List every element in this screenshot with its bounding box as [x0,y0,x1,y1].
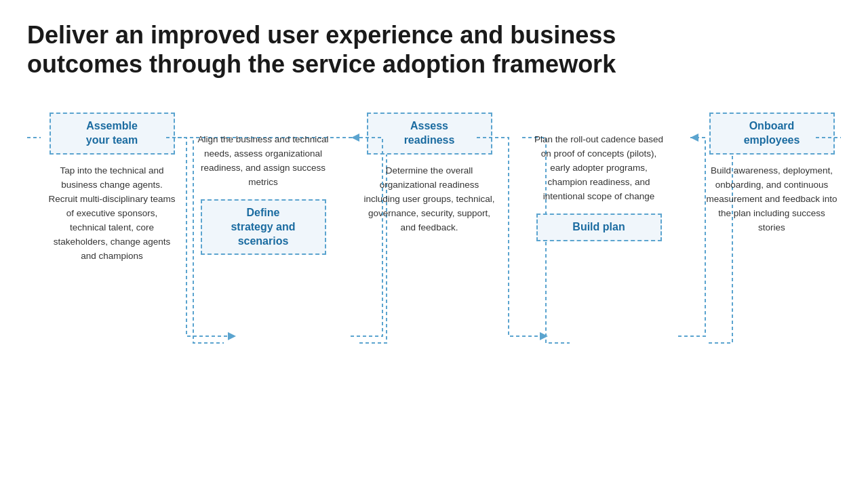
arrow-3-to-4 [540,332,548,340]
box-define-label: Define strategy and scenarios [231,207,295,247]
box-onboard-label: Onboard employees [744,120,800,146]
box-assess: Assess readiness [367,113,492,155]
box-onboard: Onboard employees [709,113,835,155]
desc-assemble: Tap into the technical and business chan… [47,164,176,263]
box-build: Build plan [536,214,662,241]
box-assemble-label: Assemble your team [86,120,138,146]
desc-build: Plan the roll-out cadence based on proof… [531,133,667,204]
column-assess: Assess readiness Determine the overall o… [351,113,507,235]
desc-define: Align the business and technical needs, … [197,133,330,190]
column-onboard: Onboard employees Build awareness, deplo… [690,113,853,235]
box-assemble: Assemble your team [50,113,175,155]
column-assemble: Assemble your team Tap into the technica… [41,113,183,263]
box-assess-label: Assess readiness [404,120,455,146]
box-build-label: Build plan [572,221,625,232]
framework-diagram: Assemble your team Tap into the technica… [27,99,841,411]
box-define: Define strategy and scenarios [201,199,326,255]
column-build: Plan the roll-out cadence based on proof… [514,113,684,241]
desc-assess: Determine the overall organizational rea… [363,164,496,235]
desc-onboard: Build awareness, deployment, onboarding,… [706,164,838,235]
main-title: Deliver an improved user experience and … [27,20,841,79]
arrow-1-to-2 [228,332,236,340]
column-define: Align the business and technical needs, … [182,113,344,255]
